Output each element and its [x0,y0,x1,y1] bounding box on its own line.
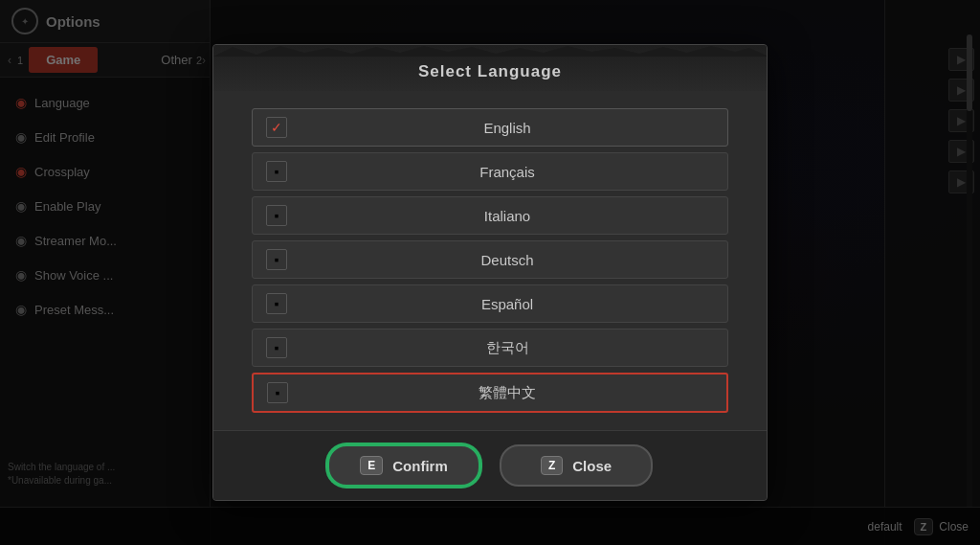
close-button[interactable]: Z Close [500,444,653,487]
lang-name-deutsch: Deutsch [301,252,714,268]
lang-item-korean[interactable]: ▪ 한국어 [252,329,728,367]
confirm-button[interactable]: E Confirm [327,444,480,487]
lang-item-english[interactable]: ✓ English [252,108,728,147]
lang-item-italiano[interactable]: ▪ Italiano [252,196,728,235]
modal-title: Select Language [233,62,747,81]
green-arrow-icon [736,355,768,422]
lang-item-espanol[interactable]: ▪ Español [252,284,728,323]
confirm-key-badge: E [360,456,383,475]
lang-check-italiano: ▪ [266,205,287,226]
modal-body: ✓ English ▪ Français ▪ Italiano ▪ Deutsc… [213,91,767,430]
close-label: Close [572,458,612,474]
confirm-label: Confirm [392,458,448,474]
lang-item-deutsch[interactable]: ▪ Deutsch [252,240,728,279]
lang-name-espanol: Español [301,296,714,312]
lang-check-english: ✓ [266,117,287,138]
lang-check-espanol: ▪ [266,293,287,314]
lang-name-english: English [301,120,714,136]
close-key-badge: Z [541,456,563,475]
lang-name-korean: 한국어 [301,339,714,357]
lang-check-traditional-chinese: ▪ [267,382,288,403]
modal-footer: E Confirm Z Close [213,430,767,500]
select-language-modal: Select Language ✓ English ▪ Français ▪ I… [212,44,768,501]
language-list: ✓ English ▪ Français ▪ Italiano ▪ Deutsc… [252,108,728,413]
lang-name-francais: Français [301,164,714,180]
lang-check-korean: ▪ [266,337,287,358]
lang-item-traditional-chinese[interactable]: ▪ 繁體中文 [252,373,728,413]
lang-check-francais: ▪ [266,161,287,182]
lang-name-italiano: Italiano [301,208,714,224]
modal-overlay: Select Language ✓ English ▪ Français ▪ I… [0,0,980,545]
lang-name-traditional-chinese: 繁體中文 [301,384,713,402]
modal-header: Select Language [213,45,767,91]
lang-item-francais[interactable]: ▪ Français [252,152,728,191]
lang-check-deutsch: ▪ [266,249,287,270]
